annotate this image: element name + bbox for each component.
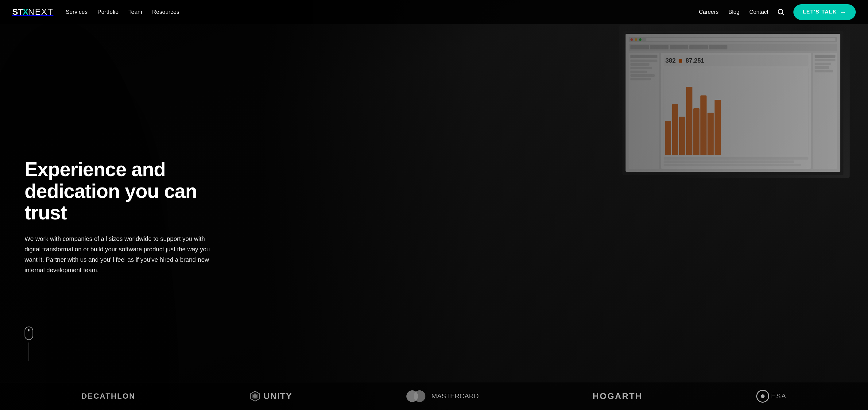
hero-section: 382 87,251 bbox=[0, 0, 868, 410]
mastercard-circles-icon bbox=[406, 390, 425, 402]
hero-title-line2: dedication you can trust bbox=[25, 180, 197, 224]
decathlon-logo-text: DECATHLON bbox=[82, 392, 136, 401]
nav-services[interactable]: Services bbox=[66, 9, 88, 15]
nav-careers[interactable]: Careers bbox=[699, 9, 718, 15]
scroll-mouse-dot bbox=[28, 329, 29, 332]
nav-contact[interactable]: Contact bbox=[749, 9, 768, 15]
logo-x: X bbox=[23, 7, 28, 17]
unity-logo-text: Unity bbox=[264, 391, 292, 401]
nav-portfolio[interactable]: Portfolio bbox=[98, 9, 119, 15]
navbar: STX NEXT Services Portfolio Team Resourc… bbox=[0, 0, 868, 24]
hero-content: Experience and dedication you can trust … bbox=[0, 135, 246, 275]
esa-logo-text: esa bbox=[771, 392, 786, 400]
cta-label: LET'S TALK bbox=[803, 9, 837, 15]
nav-team[interactable]: Team bbox=[128, 9, 142, 15]
client-hogarth: HOGARTH bbox=[593, 391, 643, 401]
client-mastercard: mastercard bbox=[406, 390, 479, 402]
hero-title-line1: Experience and bbox=[25, 158, 165, 181]
nav-right: Careers Blog Contact LET'S TALK → bbox=[699, 4, 856, 20]
esa-dot bbox=[761, 395, 765, 398]
client-decathlon: DECATHLON bbox=[82, 392, 136, 401]
nav-left: STX NEXT Services Portfolio Team Resourc… bbox=[12, 7, 179, 17]
nav-left-links: Services Portfolio Team Resources bbox=[66, 9, 179, 15]
hogarth-logo-text: HOGARTH bbox=[593, 391, 643, 401]
nav-resources[interactable]: Resources bbox=[152, 9, 180, 15]
svg-point-0 bbox=[778, 9, 783, 14]
logo-stx: STX bbox=[12, 7, 28, 17]
client-unity: Unity bbox=[250, 391, 292, 402]
hero-title: Experience and dedication you can trust bbox=[25, 159, 221, 223]
scroll-indicator bbox=[25, 326, 33, 361]
lets-talk-button[interactable]: LET'S TALK → bbox=[794, 4, 856, 20]
scroll-line bbox=[29, 343, 29, 361]
esa-circle-icon bbox=[756, 390, 769, 403]
logo[interactable]: STX NEXT bbox=[12, 7, 53, 17]
search-svg bbox=[777, 8, 785, 16]
client-esa: esa bbox=[756, 390, 786, 403]
scroll-mouse bbox=[25, 326, 33, 340]
nav-right-links: Careers Blog Contact bbox=[699, 9, 768, 15]
nav-blog[interactable]: Blog bbox=[728, 9, 739, 15]
search-icon[interactable] bbox=[777, 8, 785, 16]
clients-bar: DECATHLON Unity mastercard HOGARTH bbox=[0, 382, 868, 410]
logo-next: NEXT bbox=[28, 7, 53, 17]
mastercard-logo-text: mastercard bbox=[432, 392, 479, 400]
svg-line-1 bbox=[782, 13, 784, 15]
unity-hex-icon bbox=[250, 391, 260, 402]
hero-subtitle: We work with companies of all sizes worl… bbox=[25, 233, 221, 275]
cta-arrow: → bbox=[840, 9, 847, 15]
mc-circle-right bbox=[414, 390, 425, 402]
